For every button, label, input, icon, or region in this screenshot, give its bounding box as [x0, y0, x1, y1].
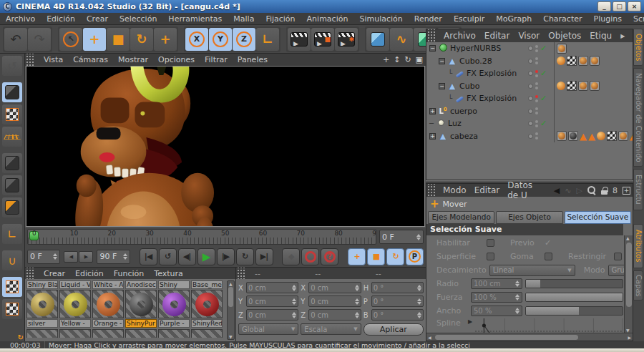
spinner-icon[interactable]: [355, 298, 359, 305]
toggle-dots[interactable]: [535, 120, 538, 127]
scrollbar-thumb[interactable]: [228, 287, 233, 307]
visibility-toggles[interactable]: ✓: [528, 69, 554, 78]
render-settings-button[interactable]: ✱: [335, 28, 358, 51]
spinner-icon[interactable]: [417, 312, 421, 318]
scale-y-field[interactable]: 0 cm: [308, 295, 361, 307]
toggle-dot[interactable]: [535, 124, 538, 127]
material-thumbnail[interactable]: [158, 290, 190, 318]
prev-key-button[interactable]: ↺: [159, 248, 177, 265]
scroll-up-icon[interactable]: ▲: [229, 281, 233, 286]
material-item[interactable]: Orange -: [92, 290, 124, 328]
goto-start-button[interactable]: |◀: [140, 248, 157, 265]
viewport-menu-paneles[interactable]: Paneles: [238, 55, 268, 64]
toggle-dot[interactable]: [535, 82, 538, 85]
visibility-dot[interactable]: [528, 96, 533, 101]
radio-slider[interactable]: [525, 279, 623, 288]
autokey-button[interactable]: [301, 248, 319, 265]
visibility-dot[interactable]: [528, 109, 533, 114]
material-tag-icon[interactable]: [590, 81, 600, 91]
phong-tag-icon[interactable]: [557, 57, 565, 65]
position-y-field[interactable]: 0 cm: [246, 295, 298, 307]
tab-ejes-objeto[interactable]: Ejes Objeto: [496, 211, 562, 224]
panel-grip[interactable]: [25, 268, 34, 279]
goma-checkbox[interactable]: [545, 253, 552, 260]
kf-rotation-button[interactable]: ↻: [386, 248, 404, 265]
spinner-icon[interactable]: [123, 253, 127, 260]
spinner-icon[interactable]: [355, 312, 359, 318]
toggle-panel-icon[interactable]: ▣: [416, 56, 423, 64]
material-tag-icon[interactable]: [618, 131, 628, 141]
panel-grip[interactable]: [426, 29, 435, 42]
habilitar-checkbox[interactable]: [487, 239, 494, 247]
spinner-icon[interactable]: [515, 294, 519, 300]
lock-y-axis-button[interactable]: Y: [209, 28, 232, 51]
material-menu-edicion[interactable]: Edición: [75, 269, 104, 278]
material-tag-icon[interactable]: [557, 44, 567, 54]
object-menu-archivo[interactable]: Archivo: [444, 31, 476, 41]
enabled-check-icon[interactable]: ✓: [540, 94, 549, 103]
spinner-icon[interactable]: [292, 285, 296, 291]
visibility-toggles[interactable]: [528, 82, 554, 89]
toggle-dots[interactable]: [535, 132, 538, 140]
rotation-p-field[interactable]: 0 °: [371, 295, 424, 307]
toggle-dots[interactable]: [535, 45, 538, 52]
start-frame-field[interactable]: 0 F: [27, 250, 60, 264]
visibility-dot[interactable]: [528, 134, 533, 139]
make-editable-button[interactable]: ↺: [2, 56, 22, 76]
apply-button[interactable]: Aplicar: [364, 323, 424, 336]
lock-icon[interactable]: [601, 187, 608, 195]
material-name-chip[interactable]: silver: [26, 319, 58, 328]
toggle-dot[interactable]: [535, 137, 538, 140]
material-name-chip[interactable]: Shiny: [158, 280, 190, 289]
viewport-canvas[interactable]: [26, 66, 425, 227]
material-item[interactable]: ShinyPur: [125, 290, 157, 328]
material-name-chip[interactable]: Orange -: [92, 319, 124, 328]
visibility-toggles[interactable]: ✓: [528, 44, 554, 53]
enabled-check-icon[interactable]: ✓: [540, 69, 549, 78]
toggle-dot[interactable]: [535, 99, 538, 102]
tree-row-cabeza[interactable]: +▲cabeza▲▲▲: [426, 130, 633, 143]
viewport-menu-opciones[interactable]: Opciones: [158, 55, 195, 64]
undo-button[interactable]: ↶: [4, 28, 27, 51]
timeline-ruler[interactable]: 0102030405060708090: [27, 229, 376, 245]
rotate-view-icon[interactable]: ↻: [404, 56, 411, 64]
add-primitive-cube-button[interactable]: [366, 28, 389, 51]
material-item[interactable]: silver: [26, 290, 58, 328]
material-scrollbar[interactable]: ▲ ▼: [227, 280, 235, 340]
ancho-field[interactable]: 50 %: [471, 305, 522, 316]
panel-tab-capas[interactable]: Capas: [633, 270, 643, 300]
last-tool-button[interactable]: +: [154, 28, 177, 51]
spline-graph[interactable]: [475, 318, 623, 333]
axis-mode-button[interactable]: ∟: [2, 224, 22, 244]
viewport-menu-mostrar[interactable]: Mostrar: [118, 55, 148, 64]
tree-row-cuerpo[interactable]: +L0cuerpo: [426, 105, 633, 118]
zoom-view-icon[interactable]: ↕: [394, 56, 400, 64]
current-frame-field[interactable]: 0 F: [379, 230, 424, 244]
visibility-toggles[interactable]: [528, 57, 554, 64]
expand-arrow-icon[interactable]: ▶: [468, 318, 472, 325]
panel-grip[interactable]: [25, 54, 34, 66]
record-keyframe-button[interactable]: ◆: [282, 248, 300, 265]
scroll-right-icon[interactable]: ▶: [628, 335, 631, 340]
collapse-icon[interactable]: −: [439, 83, 445, 89]
tab-ejes-modelando[interactable]: Ejes Modelando: [428, 211, 494, 224]
spinner-icon[interactable]: [53, 253, 57, 260]
tree-row-hypernurbs[interactable]: −HyperNURBS✓: [426, 42, 633, 55]
material-name-chip[interactable]: Base_me: [191, 280, 223, 289]
rotation-b-field[interactable]: 0 °: [371, 309, 424, 321]
superficie-checkbox[interactable]: [487, 253, 494, 260]
material-name-chip[interactable]: Shiny Bla: [26, 280, 58, 289]
panel-tab-navegador-de-contenido[interactable]: Navegador de Contenido: [633, 68, 643, 167]
toggle-dot[interactable]: [535, 112, 538, 114]
decaimiento-dropdown[interactable]: Lineal▼: [489, 265, 575, 276]
object-menu-editar[interactable]: Editar: [484, 31, 510, 41]
toggle-dot[interactable]: [535, 132, 538, 135]
material-thumbnail[interactable]: [191, 290, 223, 318]
attribute-scrollbar[interactable]: ▲ ▼: [624, 235, 633, 333]
panel-grip[interactable]: [236, 268, 245, 279]
visibility-dot[interactable]: [528, 121, 533, 126]
search-icon[interactable]: [587, 186, 596, 195]
next-frame-button[interactable]: |▶: [217, 248, 235, 265]
toggle-dot[interactable]: [535, 49, 538, 52]
rotate-button[interactable]: ↻: [130, 28, 153, 51]
